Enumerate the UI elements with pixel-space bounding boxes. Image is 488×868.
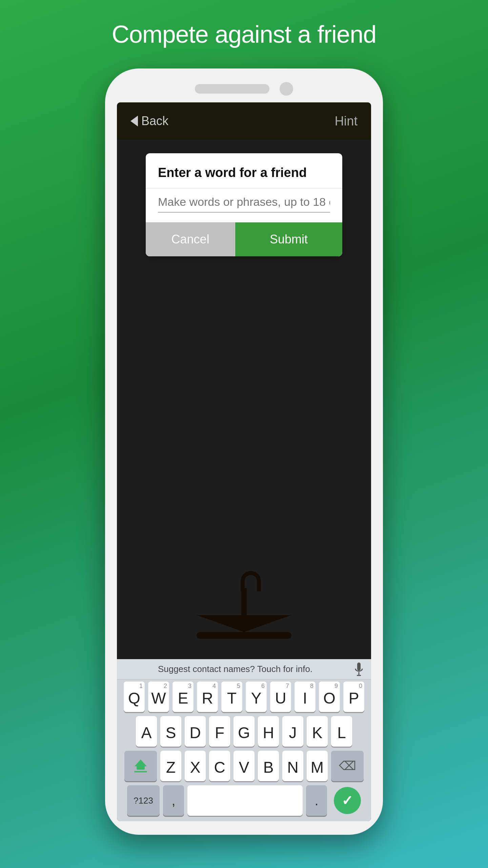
key-letter-T: T: [227, 689, 237, 707]
key-f[interactable]: F: [209, 716, 230, 747]
cancel-button[interactable]: Cancel: [146, 222, 235, 256]
key-letter-N: N: [287, 758, 298, 776]
key-letter-L: L: [337, 724, 346, 742]
key-letter-I: I: [303, 689, 307, 707]
enter-key[interactable]: ✓: [334, 787, 361, 814]
word-input[interactable]: [158, 195, 330, 213]
key-e[interactable]: 3E: [172, 682, 194, 712]
key-j[interactable]: J: [282, 716, 303, 747]
keyboard-row-1: 1Q2W3E4R5T6Y7U8I9O0P: [117, 679, 371, 714]
key-letter-P: P: [349, 689, 359, 707]
hint-button[interactable]: Hint: [334, 114, 358, 129]
shift-icon: [134, 760, 147, 772]
key-z[interactable]: Z: [160, 751, 181, 781]
key-letter-V: V: [239, 758, 249, 776]
key-num-6: 6: [261, 683, 265, 689]
key-l[interactable]: L: [331, 716, 352, 747]
key-s[interactable]: S: [160, 716, 181, 747]
keyboard-bottom-row: ?123,.✓: [117, 783, 371, 818]
page-title: Compete against a friend: [112, 20, 376, 48]
key-letter-B: B: [263, 758, 274, 776]
key-h[interactable]: H: [258, 716, 279, 747]
key-letter-Q: Q: [128, 689, 140, 707]
back-button[interactable]: Back: [130, 114, 168, 128]
phone-screen: Back Hint Enter a word for a friend: [117, 102, 371, 821]
keyboard-row-2: ASDFGHJKL: [117, 714, 371, 749]
period-icon: .: [314, 793, 318, 808]
key-num-9: 9: [334, 683, 338, 689]
key-letter-U: U: [275, 689, 286, 707]
key-letter-A: A: [141, 724, 152, 742]
key-p[interactable]: 0P: [343, 682, 364, 712]
key-num-7: 7: [286, 683, 289, 689]
submit-button[interactable]: Submit: [235, 222, 342, 256]
key-letter-C: C: [214, 758, 225, 776]
key-num-8: 8: [310, 683, 313, 689]
key-num-3: 3: [188, 683, 191, 689]
key-letter-R: R: [202, 689, 213, 707]
key-letter-O: O: [323, 689, 336, 707]
back-chevron-icon: [130, 116, 138, 126]
suggestion-text[interactable]: Suggest contact names? Touch for info.: [124, 664, 347, 674]
key-num-5: 5: [237, 683, 240, 689]
key-num-2: 2: [164, 683, 167, 689]
key-g[interactable]: G: [233, 716, 255, 747]
key-letter-K: K: [312, 724, 323, 742]
key-n[interactable]: N: [282, 751, 303, 781]
key-b[interactable]: B: [258, 751, 279, 781]
space-key[interactable]: [187, 785, 303, 816]
key-m[interactable]: M: [307, 751, 328, 781]
key-letter-M: M: [311, 758, 324, 776]
dialog-buttons: Cancel Submit: [146, 222, 342, 256]
key-num-1: 1: [139, 683, 143, 689]
backspace-icon: ⌫: [339, 759, 356, 773]
app-topbar: Back Hint: [117, 102, 371, 140]
key-letter-Y: Y: [251, 689, 262, 707]
svg-rect-0: [357, 663, 361, 671]
keyboard-row-3: ZXCVBNM⌫: [117, 749, 371, 783]
key-o[interactable]: 9O: [319, 682, 340, 712]
num-key[interactable]: ?123: [127, 785, 160, 816]
comma-key[interactable]: ,: [163, 785, 184, 816]
back-label: Back: [141, 114, 168, 128]
key-letter-G: G: [238, 724, 250, 742]
game-area: Enter a word for a friend Cancel Submit: [117, 140, 371, 659]
key-letter-Z: Z: [166, 758, 176, 776]
phone-top-bar: [115, 82, 373, 96]
dialog-input-area: [146, 189, 342, 222]
keyboard-suggestion-bar: Suggest contact names? Touch for info.: [117, 659, 371, 679]
key-letter-J: J: [289, 724, 297, 742]
key-letter-D: D: [189, 724, 201, 742]
key-num-4: 4: [212, 683, 216, 689]
key-letter-F: F: [215, 724, 224, 742]
key-letter-E: E: [178, 689, 188, 707]
key-d[interactable]: D: [185, 716, 206, 747]
key-y[interactable]: 6Y: [246, 682, 267, 712]
key-u[interactable]: 7U: [270, 682, 291, 712]
key-w[interactable]: 2W: [148, 682, 169, 712]
key-k[interactable]: K: [307, 716, 328, 747]
dialog-title: Enter a word for a friend: [146, 153, 342, 188]
key-letter-S: S: [166, 724, 176, 742]
key-t[interactable]: 5T: [221, 682, 242, 712]
dialog-box: Enter a word for a friend Cancel Submit: [146, 153, 342, 256]
key-c[interactable]: C: [209, 751, 230, 781]
backspace-key[interactable]: ⌫: [331, 751, 364, 781]
key-x[interactable]: X: [185, 751, 206, 781]
key-letter-W: W: [151, 689, 166, 707]
key-q[interactable]: 1Q: [124, 682, 145, 712]
key-num-0: 0: [359, 683, 362, 689]
dialog-overlay: Enter a word for a friend Cancel Submit: [117, 140, 371, 659]
comma-icon: ,: [171, 793, 175, 808]
mic-icon[interactable]: [353, 662, 364, 677]
key-letter-H: H: [263, 724, 274, 742]
phone-speaker: [195, 84, 269, 94]
phone-camera: [280, 82, 293, 96]
period-key[interactable]: .: [306, 785, 327, 816]
key-a[interactable]: A: [136, 716, 157, 747]
keyboard-area: Suggest contact names? Touch for info. 1…: [117, 659, 371, 821]
key-v[interactable]: V: [233, 751, 255, 781]
key-i[interactable]: 8I: [294, 682, 316, 712]
key-r[interactable]: 4R: [197, 682, 218, 712]
shift-key[interactable]: [124, 751, 157, 781]
